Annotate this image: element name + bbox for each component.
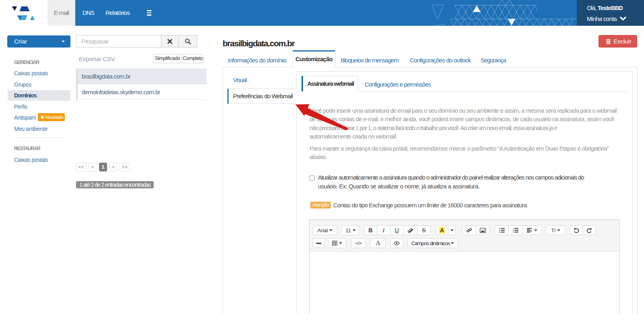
svg-text:3: 3: [513, 231, 514, 233]
